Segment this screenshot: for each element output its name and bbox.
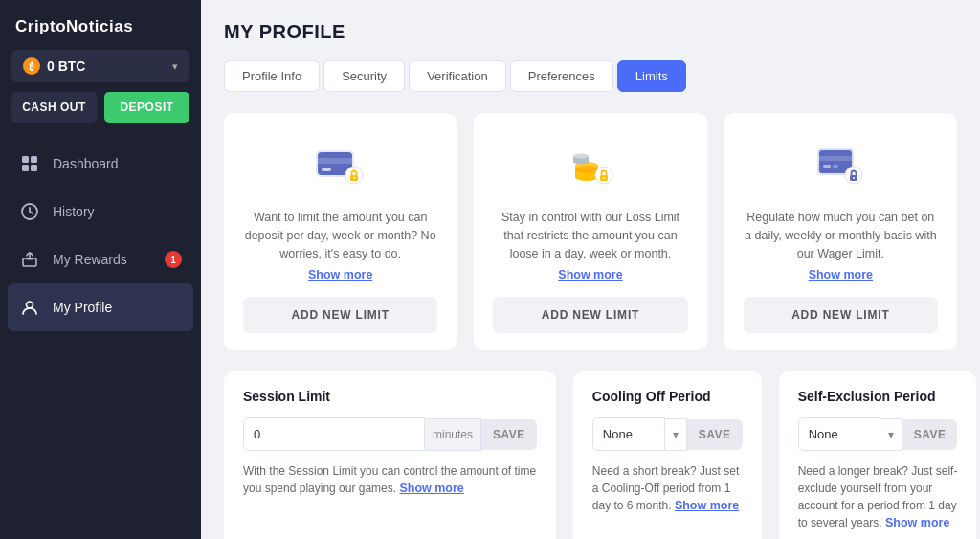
svg-point-14 [353,177,355,179]
cooling-select-row: None 1 day 3 days 1 week 2 weeks 1 month… [592,417,743,451]
wager-limits-show-more[interactable]: Show more [809,268,873,281]
sidebar-item-dashboard-label: Dashboard [53,156,119,171]
exclusion-chevron-icon: ▾ [880,418,902,451]
balance-display: ₿ 0 BTC [23,57,85,75]
dashboard-icon [19,153,40,174]
wager-limits-icon [810,134,871,195]
cooling-off-title: Cooling Off Period [592,389,743,404]
loss-limits-icon [560,134,621,195]
svg-rect-3 [31,165,37,171]
sidebar-item-history-label: History [53,204,95,219]
svg-rect-1 [31,156,37,163]
btc-icon: ₿ [23,57,40,75]
svg-rect-29 [833,165,838,168]
profile-icon [19,297,40,318]
cashout-button[interactable]: CASH OUT [11,92,97,123]
svg-point-24 [603,177,605,179]
svg-rect-27 [819,156,852,161]
loss-limits-text: Stay in control with our Loss Limit that… [493,209,687,262]
exclusion-select-row: None 1 day 1 week 1 month 6 months 1 yea… [798,417,958,451]
rewards-icon [19,249,40,270]
deposit-limits-show-more[interactable]: Show more [308,268,372,281]
svg-rect-11 [322,168,331,171]
deposit-limits-icon [310,134,371,195]
tab-limits[interactable]: Limits [617,60,686,92]
deposit-limits-card: Want to limit the amount you can deposit… [224,113,457,350]
exclusion-show-more[interactable]: Show more [885,516,949,529]
tab-verification[interactable]: Verification [409,60,506,92]
page-title: MY PROFILE [224,21,957,43]
wager-limits-text: Regulate how much you can bet on a daily… [744,209,938,262]
cooling-chevron-icon: ▾ [665,418,687,451]
sidebar-item-history[interactable]: History [0,188,201,236]
svg-point-32 [853,177,855,179]
exclusion-select[interactable]: None 1 day 1 week 1 month 6 months 1 yea… [798,417,880,451]
svg-rect-28 [823,165,831,168]
cooling-save-button[interactable]: SAVE [687,419,743,450]
session-limit-description: With the Session Limit you can control t… [243,462,537,498]
svg-point-21 [573,154,589,159]
loss-limits-card: Stay in control with our Loss Limit that… [474,113,706,350]
loss-add-limit-button[interactable]: ADD NEW LIMIT [493,297,687,333]
cooling-select[interactable]: None 1 day 3 days 1 week 2 weeks 1 month… [592,417,665,451]
deposit-button[interactable]: DEPOSIT [104,92,189,123]
wager-limits-card: Regulate how much you can bet on a daily… [724,113,957,350]
limit-cards-grid: Want to limit the amount you can deposit… [224,113,957,350]
tabs-bar: Profile Info Security Verification Prefe… [224,60,957,92]
cooling-description: Need a short break? Just set a Cooling-O… [592,462,743,515]
action-buttons: CASH OUT DEPOSIT [11,92,189,123]
tab-security[interactable]: Security [323,60,405,92]
chevron-down-icon: ▾ [172,60,178,73]
session-unit-label: minutes [425,418,481,451]
sidebar-item-rewards-label: My Rewards [53,252,127,267]
sidebar-nav: Dashboard History My Rewards 1 My Profil… [0,140,201,539]
session-limit-card: Session Limit minutes SAVE With the Sess… [224,371,556,539]
svg-point-18 [575,166,598,173]
exclusion-description: Need a longer break? Just self-exclude y… [798,462,958,532]
loss-limits-show-more[interactable]: Show more [558,268,622,281]
tab-preferences[interactable]: Preferences [510,60,613,92]
svg-rect-10 [318,158,352,164]
svg-rect-0 [22,156,29,163]
history-icon [19,201,40,222]
sidebar-item-profile-label: My Profile [53,300,112,315]
sidebar-item-rewards[interactable]: My Rewards 1 [0,236,201,283]
wager-add-limit-button[interactable]: ADD NEW LIMIT [744,297,938,333]
exclusion-title: Self-Exclusion Period [798,389,958,404]
balance-selector[interactable]: ₿ 0 BTC ▾ [11,50,189,82]
sidebar-item-profile[interactable]: My Profile [8,283,193,331]
cooling-show-more[interactable]: Show more [675,499,739,512]
session-input-row: minutes SAVE [243,417,537,451]
app-logo: CriptoNoticias [0,0,201,50]
balance-amount: 0 BTC [47,58,85,74]
bottom-cards-grid: Session Limit minutes SAVE With the Sess… [224,371,957,539]
exclusion-card: Self-Exclusion Period None 1 day 1 week … [779,371,977,539]
tab-profile-info[interactable]: Profile Info [224,60,320,92]
sidebar: CriptoNoticias ₿ 0 BTC ▾ CASH OUT DEPOSI… [0,0,201,539]
session-save-button[interactable]: SAVE [481,419,537,450]
svg-point-7 [27,302,33,308]
cooling-off-card: Cooling Off Period None 1 day 3 days 1 w… [573,371,762,539]
session-limit-input[interactable] [243,417,425,451]
sidebar-item-dashboard[interactable]: Dashboard [0,140,201,188]
svg-rect-2 [22,165,29,171]
session-show-more[interactable]: Show more [399,482,463,495]
rewards-badge: 1 [165,251,182,268]
session-limit-title: Session Limit [243,389,537,404]
deposit-limits-text: Want to limit the amount you can deposit… [243,209,437,262]
deposit-add-limit-button[interactable]: ADD NEW LIMIT [243,297,437,333]
exclusion-save-button[interactable]: SAVE [902,419,958,450]
main-content: MY PROFILE Profile Info Security Verific… [201,0,980,539]
